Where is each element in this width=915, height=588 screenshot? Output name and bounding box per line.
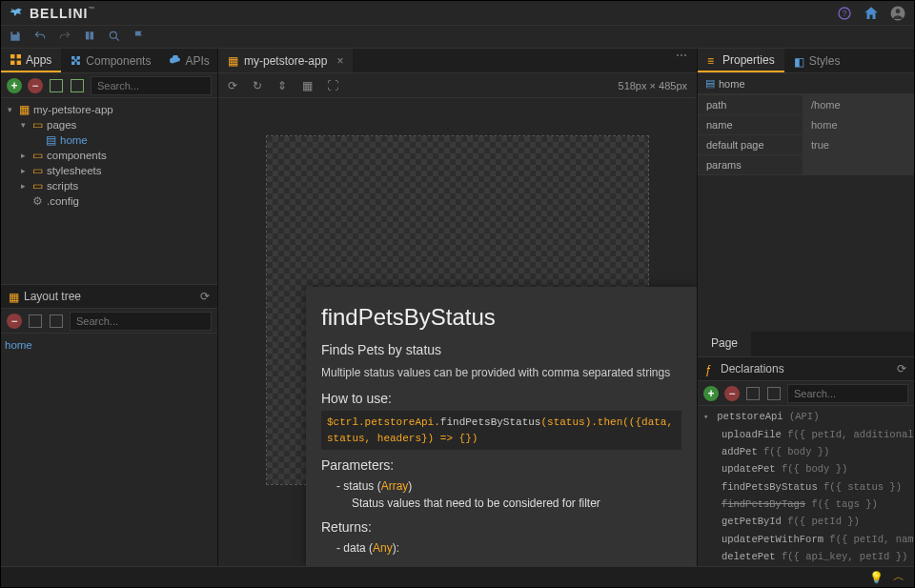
bird-icon (9, 6, 24, 21)
refresh-icon[interactable]: ⟳ (897, 362, 906, 375)
svg-text:?: ? (843, 9, 847, 18)
tab-styles[interactable]: ◧ Styles (784, 49, 850, 72)
remove-button[interactable]: − (724, 386, 740, 401)
tree-collapse-icon[interactable] (49, 78, 64, 93)
app-icon: ▦ (18, 104, 30, 115)
canvas[interactable]: findPetsByStatus Finds Pets by status Mu… (218, 98, 697, 566)
tree-collapse-icon[interactable] (28, 314, 43, 329)
tooltip-summary: Finds Pets by status (321, 340, 681, 360)
cloud-icon (170, 55, 181, 67)
layout-tree: home (1, 334, 217, 566)
brand: BELLINI™ (9, 6, 95, 21)
tree-pages[interactable]: ▾▭pages (1, 117, 217, 132)
tree-stylesheets[interactable]: ▸▭stylesheets (1, 163, 217, 178)
declarations-header: ƒ Declarations ⟳ (698, 356, 914, 381)
tree-collapse-icon[interactable] (745, 386, 761, 401)
decl-row[interactable]: getPetById f({ petId }) (698, 513, 914, 530)
global-toolbar (1, 26, 914, 49)
tree-config[interactable]: ⚙.config (1, 193, 217, 209)
project-tree: ▾▦my-petstore-app ▾▭pages ▤home ▸▭compon… (1, 98, 217, 284)
code-icon: ƒ (705, 363, 717, 375)
tree-expand-icon[interactable] (766, 386, 782, 401)
decl-row[interactable]: addPet f({ body }) (698, 443, 914, 460)
decl-search-input[interactable] (787, 384, 908, 403)
breadcrumb: ▤ home (698, 73, 914, 94)
pointer-icon[interactable]: ⇕ (277, 79, 291, 92)
tree-expand-icon[interactable] (70, 78, 85, 93)
prop-row[interactable]: path/home (699, 95, 914, 115)
folder-icon: ▭ (31, 165, 43, 176)
tab-page[interactable]: Page (698, 332, 751, 356)
layout-tree-header: ▦ Layout tree ⟳ (1, 284, 217, 309)
layout-actions: − (1, 309, 217, 334)
tooltip-param-desc: Status values that need to be considered… (321, 495, 681, 512)
decl-row[interactable]: uploadFile f({ petId, additionalMetadata (698, 426, 914, 443)
gear-icon: ⚙ (31, 195, 43, 207)
decl-row[interactable]: deletePet f({ api_key, petId }) (698, 548, 914, 565)
app-icon: ▦ (228, 54, 238, 68)
lightbulb-icon[interactable]: 💡 (869, 571, 884, 584)
rotate-icon[interactable]: ↻ (253, 79, 266, 92)
remove-button[interactable]: − (28, 78, 43, 93)
refresh-icon[interactable]: ⟳ (228, 79, 241, 92)
tooltip-returns-h: Returns: (321, 517, 681, 537)
undo-icon[interactable] (33, 30, 49, 45)
save-icon[interactable] (9, 30, 24, 45)
user-icon[interactable] (889, 5, 906, 22)
tree-expand-icon[interactable] (49, 314, 64, 329)
redo-icon[interactable] (58, 30, 73, 45)
tree-home[interactable]: ▤home (1, 132, 217, 148)
fullscreen-icon[interactable]: ⛶ (327, 79, 340, 92)
tab-components[interactable]: Components (61, 49, 160, 72)
tab-apps[interactable]: Apps (1, 49, 61, 72)
list-icon: ≡ (707, 54, 719, 66)
page-icon: ▤ (45, 134, 56, 146)
tree-scripts[interactable]: ▸▭scripts (1, 178, 217, 193)
tooltip-desc: Multiple status values can be provided w… (321, 364, 681, 381)
style-icon: ◧ (794, 55, 805, 67)
prop-row[interactable]: namehome (699, 115, 914, 135)
decl-row[interactable]: findPetsByStatus f({ status }) (698, 478, 914, 496)
home-icon[interactable] (863, 5, 880, 22)
tab-apis[interactable]: APIs (160, 49, 218, 72)
prop-row[interactable]: default pagetrue (699, 135, 914, 155)
canvas-toolbar: ⟳ ↻ ⇕ ▦ ⛶ 518px × 485px (218, 73, 697, 98)
tree-app[interactable]: ▾▦my-petstore-app (1, 102, 217, 117)
layout-search-input[interactable] (70, 312, 212, 331)
prop-row[interactable]: params (699, 155, 914, 175)
properties-table: path/home namehome default pagetrue para… (698, 94, 914, 175)
remove-button[interactable]: − (7, 314, 22, 329)
svg-point-3 (896, 9, 901, 13)
grid-toggle-icon[interactable]: ▦ (302, 79, 315, 92)
folder-icon: ▭ (31, 180, 43, 192)
puzzle-icon (71, 55, 82, 67)
flag-icon[interactable] (132, 30, 148, 45)
decl-row[interactable]: findPetsByTags f({ tags }) (698, 496, 914, 513)
svg-rect-8 (17, 60, 21, 64)
chevron-up-icon[interactable]: ︿ (893, 569, 905, 585)
svg-point-4 (110, 31, 116, 38)
declarations-list: ▾ petstoreApi (API) uploadFile f({ petId… (698, 406, 914, 566)
tree-components[interactable]: ▸▭components (1, 148, 217, 163)
help-icon[interactable]: ? (836, 5, 853, 22)
context-tabs: Page (698, 332, 914, 356)
book-icon[interactable] (83, 30, 98, 45)
decl-row[interactable]: updatePetWithForm f({ petId, name, statu (698, 531, 914, 548)
editor-tabs: ▦ my-petstore-app × ⋯ (218, 49, 697, 73)
zoom-icon[interactable] (108, 30, 123, 45)
layout-home[interactable]: home (1, 337, 217, 353)
tab-properties[interactable]: ≡ Properties (698, 49, 784, 72)
search-input[interactable] (91, 76, 212, 95)
editor-tab[interactable]: ▦ my-petstore-app × (218, 49, 353, 72)
tooltip-param: - status (Array) (321, 477, 681, 495)
grid-icon: ▦ (9, 291, 20, 302)
status-bar: 💡 ︿ (1, 566, 914, 587)
add-button[interactable]: + (7, 78, 22, 93)
decl-row[interactable]: ▾ petstoreApi (API) (698, 408, 914, 426)
decl-row[interactable]: updatePet f({ body }) (698, 460, 914, 477)
folder-icon: ▭ (31, 150, 43, 161)
close-icon[interactable]: × (336, 54, 343, 68)
refresh-icon[interactable]: ⟳ (200, 290, 210, 303)
add-button[interactable]: + (703, 386, 719, 401)
more-icon[interactable]: ⋯ (666, 49, 697, 72)
